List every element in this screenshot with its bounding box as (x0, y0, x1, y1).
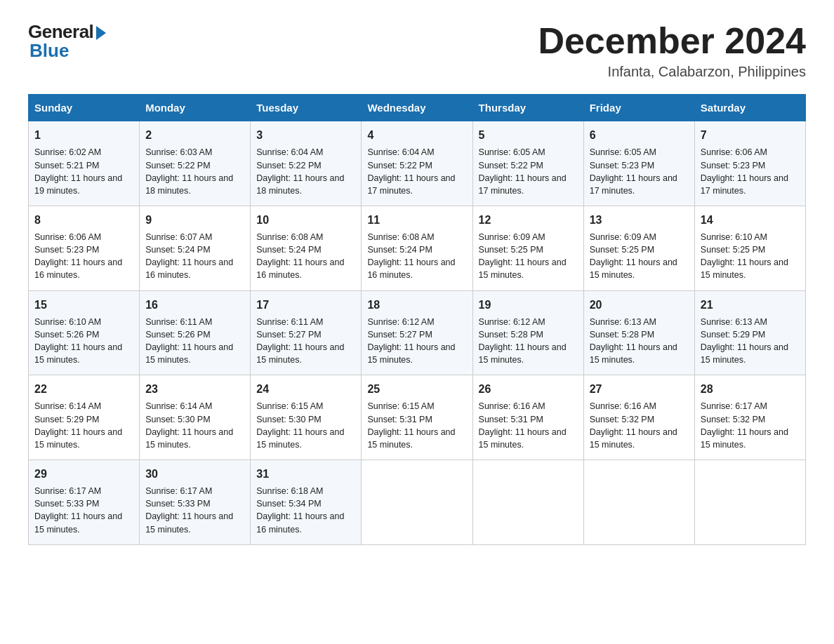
day-info: Sunrise: 6:13 AMSunset: 5:29 PMDaylight:… (701, 316, 800, 367)
calendar-cell: 1Sunrise: 6:02 AMSunset: 5:21 PMDaylight… (29, 121, 140, 206)
day-number: 3 (256, 127, 355, 143)
day-info: Sunrise: 6:09 AMSunset: 5:25 PMDaylight:… (590, 231, 689, 282)
calendar-cell: 23Sunrise: 6:14 AMSunset: 5:30 PMDayligh… (140, 375, 251, 460)
day-number: 25 (367, 381, 466, 397)
day-info: Sunrise: 6:06 AMSunset: 5:23 PMDaylight:… (34, 231, 133, 282)
calendar-cell (694, 459, 805, 544)
day-number: 9 (145, 212, 244, 228)
calendar-cell: 30Sunrise: 6:17 AMSunset: 5:33 PMDayligh… (140, 459, 251, 544)
calendar-week-5: 29Sunrise: 6:17 AMSunset: 5:33 PMDayligh… (29, 459, 806, 544)
day-info: Sunrise: 6:04 AMSunset: 5:22 PMDaylight:… (367, 146, 466, 197)
calendar-cell: 17Sunrise: 6:11 AMSunset: 5:27 PMDayligh… (251, 290, 362, 375)
calendar-cell: 21Sunrise: 6:13 AMSunset: 5:29 PMDayligh… (694, 290, 805, 375)
header-monday: Monday (140, 95, 251, 121)
day-info: Sunrise: 6:18 AMSunset: 5:34 PMDaylight:… (256, 485, 355, 536)
calendar-cell: 20Sunrise: 6:13 AMSunset: 5:28 PMDayligh… (583, 290, 694, 375)
day-info: Sunrise: 6:11 AMSunset: 5:26 PMDaylight:… (145, 316, 244, 367)
day-number: 20 (590, 297, 689, 313)
calendar-cell: 27Sunrise: 6:16 AMSunset: 5:32 PMDayligh… (583, 375, 694, 460)
calendar-cell: 8Sunrise: 6:06 AMSunset: 5:23 PMDaylight… (29, 206, 140, 290)
day-number: 23 (145, 381, 244, 397)
day-info: Sunrise: 6:08 AMSunset: 5:24 PMDaylight:… (367, 231, 466, 282)
day-number: 28 (701, 381, 800, 397)
title-block: December 2024 Infanta, Calabarzon, Phili… (538, 21, 806, 80)
day-number: 19 (479, 297, 578, 313)
day-number: 1 (34, 127, 133, 143)
day-info: Sunrise: 6:12 AMSunset: 5:27 PMDaylight:… (367, 316, 466, 367)
day-number: 5 (479, 127, 578, 143)
day-number: 12 (479, 212, 578, 228)
day-info: Sunrise: 6:14 AMSunset: 5:30 PMDaylight:… (145, 400, 244, 451)
header-wednesday: Wednesday (362, 95, 472, 121)
logo-blue-text: Blue (28, 40, 69, 62)
calendar-cell: 5Sunrise: 6:05 AMSunset: 5:22 PMDaylight… (472, 121, 583, 206)
day-number: 26 (479, 381, 578, 397)
calendar-cell: 29Sunrise: 6:17 AMSunset: 5:33 PMDayligh… (29, 459, 140, 544)
header-tuesday: Tuesday (251, 95, 362, 121)
calendar-cell: 10Sunrise: 6:08 AMSunset: 5:24 PMDayligh… (251, 206, 362, 290)
calendar-table: SundayMondayTuesdayWednesdayThursdayFrid… (28, 94, 806, 544)
calendar-cell: 12Sunrise: 6:09 AMSunset: 5:25 PMDayligh… (472, 206, 583, 290)
day-info: Sunrise: 6:11 AMSunset: 5:27 PMDaylight:… (256, 316, 355, 367)
calendar-week-1: 1Sunrise: 6:02 AMSunset: 5:21 PMDaylight… (29, 121, 806, 206)
day-number: 2 (145, 127, 244, 143)
calendar-cell: 25Sunrise: 6:15 AMSunset: 5:31 PMDayligh… (362, 375, 472, 460)
logo: General Blue (28, 21, 106, 62)
calendar-cell: 3Sunrise: 6:04 AMSunset: 5:22 PMDaylight… (251, 121, 362, 206)
day-info: Sunrise: 6:04 AMSunset: 5:22 PMDaylight:… (256, 146, 355, 197)
day-info: Sunrise: 6:16 AMSunset: 5:31 PMDaylight:… (479, 400, 578, 451)
calendar-cell (472, 459, 583, 544)
day-number: 17 (256, 297, 355, 313)
calendar-cell: 31Sunrise: 6:18 AMSunset: 5:34 PMDayligh… (251, 459, 362, 544)
day-number: 29 (34, 466, 133, 482)
calendar-cell: 6Sunrise: 6:05 AMSunset: 5:23 PMDaylight… (583, 121, 694, 206)
location-subtitle: Infanta, Calabarzon, Philippines (538, 64, 806, 80)
day-number: 15 (34, 297, 133, 313)
day-info: Sunrise: 6:16 AMSunset: 5:32 PMDaylight:… (590, 400, 689, 451)
calendar-cell: 22Sunrise: 6:14 AMSunset: 5:29 PMDayligh… (29, 375, 140, 460)
day-number: 27 (590, 381, 689, 397)
calendar-cell (362, 459, 472, 544)
day-number: 31 (256, 466, 355, 482)
calendar-cell: 18Sunrise: 6:12 AMSunset: 5:27 PMDayligh… (362, 290, 472, 375)
header-thursday: Thursday (472, 95, 583, 121)
calendar-cell: 4Sunrise: 6:04 AMSunset: 5:22 PMDaylight… (362, 121, 472, 206)
calendar-cell: 9Sunrise: 6:07 AMSunset: 5:24 PMDaylight… (140, 206, 251, 290)
day-number: 4 (367, 127, 466, 143)
day-info: Sunrise: 6:03 AMSunset: 5:22 PMDaylight:… (145, 146, 244, 197)
day-number: 14 (701, 212, 800, 228)
day-number: 22 (34, 381, 133, 397)
calendar-cell: 2Sunrise: 6:03 AMSunset: 5:22 PMDaylight… (140, 121, 251, 206)
day-info: Sunrise: 6:02 AMSunset: 5:21 PMDaylight:… (34, 146, 133, 197)
day-number: 6 (590, 127, 689, 143)
calendar-week-4: 22Sunrise: 6:14 AMSunset: 5:29 PMDayligh… (29, 375, 806, 460)
day-info: Sunrise: 6:12 AMSunset: 5:28 PMDaylight:… (479, 316, 578, 367)
calendar-cell: 16Sunrise: 6:11 AMSunset: 5:26 PMDayligh… (140, 290, 251, 375)
day-info: Sunrise: 6:17 AMSunset: 5:33 PMDaylight:… (34, 485, 133, 536)
calendar-cell: 14Sunrise: 6:10 AMSunset: 5:25 PMDayligh… (694, 206, 805, 290)
day-info: Sunrise: 6:09 AMSunset: 5:25 PMDaylight:… (479, 231, 578, 282)
day-info: Sunrise: 6:15 AMSunset: 5:31 PMDaylight:… (367, 400, 466, 451)
page-header: General Blue December 2024 Infanta, Cala… (28, 21, 806, 80)
day-number: 13 (590, 212, 689, 228)
calendar-cell: 15Sunrise: 6:10 AMSunset: 5:26 PMDayligh… (29, 290, 140, 375)
calendar-cell: 19Sunrise: 6:12 AMSunset: 5:28 PMDayligh… (472, 290, 583, 375)
month-year-title: December 2024 (538, 21, 806, 61)
calendar-cell: 7Sunrise: 6:06 AMSunset: 5:23 PMDaylight… (694, 121, 805, 206)
calendar-week-3: 15Sunrise: 6:10 AMSunset: 5:26 PMDayligh… (29, 290, 806, 375)
day-number: 30 (145, 466, 244, 482)
day-number: 10 (256, 212, 355, 228)
calendar-cell: 13Sunrise: 6:09 AMSunset: 5:25 PMDayligh… (583, 206, 694, 290)
day-number: 18 (367, 297, 466, 313)
day-number: 11 (367, 212, 466, 228)
calendar-cell: 24Sunrise: 6:15 AMSunset: 5:30 PMDayligh… (251, 375, 362, 460)
header-friday: Friday (583, 95, 694, 121)
calendar-header-row: SundayMondayTuesdayWednesdayThursdayFrid… (29, 95, 806, 121)
day-info: Sunrise: 6:08 AMSunset: 5:24 PMDaylight:… (256, 231, 355, 282)
day-number: 16 (145, 297, 244, 313)
day-info: Sunrise: 6:13 AMSunset: 5:28 PMDaylight:… (590, 316, 689, 367)
day-info: Sunrise: 6:14 AMSunset: 5:29 PMDaylight:… (34, 400, 133, 451)
header-sunday: Sunday (29, 95, 140, 121)
day-info: Sunrise: 6:06 AMSunset: 5:23 PMDaylight:… (701, 146, 800, 197)
calendar-cell (583, 459, 694, 544)
